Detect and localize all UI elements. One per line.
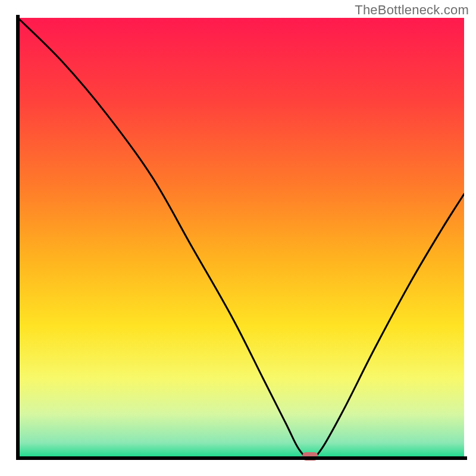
watermark-text: TheBottleneck.com bbox=[355, 2, 469, 18]
bottleneck-plot bbox=[0, 0, 476, 476]
gradient-background bbox=[18, 18, 464, 458]
chart-frame: TheBottleneck.com bbox=[0, 0, 476, 476]
